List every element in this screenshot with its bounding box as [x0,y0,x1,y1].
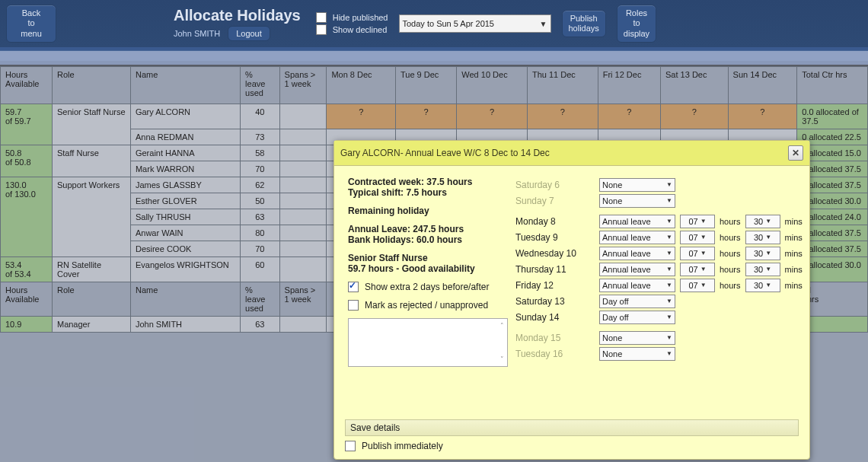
mins-select[interactable]: 30▼ [745,279,780,292]
chevron-down-icon: ▼ [666,314,672,320]
leave-type-select[interactable]: Day off▼ [599,311,675,324]
publish-immediately-checkbox[interactable] [345,441,356,451]
popup-header: Gary ALCORN- Annual Leave W/C 8 Dec to 1… [334,141,809,166]
hours-unit-label: hours [720,249,741,258]
popup-title: Gary ALCORN- Annual Leave W/C 8 Dec to 1… [340,148,550,158]
leave-type-select[interactable]: Annual leave▼ [599,279,675,292]
chevron-down-icon: ▼ [700,218,707,225]
popup-day-label: Saturday 6 [515,180,595,190]
show-declined-label: Show declined [333,25,388,34]
back-to-menu-button[interactable]: Back to menu [6,5,56,43]
chevron-down-icon: ▼ [666,350,672,357]
chevron-down-icon: ▼ [666,298,672,304]
mins-unit-label: mins [785,265,803,274]
publish-holidays-button[interactable]: Publish holidays [562,10,606,37]
popup-day-row: Tuesday 9Annual leave▼07▼hours30▼mins [515,229,803,245]
show-extra-days-label: Show extra 2 days before/after [365,282,489,292]
popup-day-label: Monday 8 [515,216,595,227]
hours-unit-label: hours [720,265,741,274]
scroll-down-icon[interactable]: ˅ [498,355,506,363]
contracted-week: Contracted week: 37.5 hours [348,177,508,187]
leave-type-select[interactable]: Annual leave▼ [599,263,675,276]
popup-day-list: Saturday 6None▼Sunday 7None▼Monday 8Annu… [515,177,803,367]
show-declined-checkbox[interactable] [316,24,327,35]
hours-select[interactable]: 07▼ [680,247,715,260]
remaining-holiday: Remaining holiday [348,206,508,216]
leave-type-select[interactable]: None▼ [599,347,675,361]
chevron-down-icon: ▼ [765,266,771,272]
hours-unit-label: hours [720,217,741,226]
chevron-down-icon: ▼ [765,282,771,288]
date-range-value: Today to Sun 5 Apr 2015 [403,19,494,28]
bank-holidays: Bank Holidays: 60.0 hours [348,234,508,245]
chevron-down-icon: ▼ [765,250,771,256]
mark-rejected-label: Mark as rejected / unapproved [365,300,488,311]
popup-day-label: Thursday 11 [515,264,595,275]
rejection-notes-textarea[interactable]: ˄ ˅ [348,318,508,367]
roles-to-display-button[interactable]: Roles to display [617,5,656,43]
popup-day-label: Friday 12 [515,280,595,291]
popup-day-row: Sunday 14Day off▼ [515,309,803,325]
mins-select[interactable]: 30▼ [745,231,780,244]
popup-day-label: Tuesday 9 [515,232,595,243]
chevron-down-icon: ▼ [666,197,672,204]
popup-day-label: Wednesday 10 [515,248,595,259]
chevron-down-icon: ▼ [700,282,707,288]
popup-day-row: Friday 12Annual leave▼07▼hours30▼mins [515,277,803,293]
filter-checkboxes: Hide published Show declined [316,12,388,35]
leave-type-select[interactable]: None▼ [599,178,675,192]
publish-immediately-label: Publish immediately [362,441,443,451]
chevron-down-icon: ▼ [666,218,672,225]
mins-select[interactable]: 30▼ [745,247,780,260]
popup-role: Senior Staff Nurse [348,253,508,263]
hours-select[interactable]: 07▼ [680,279,715,292]
leave-type-select[interactable]: Day off▼ [599,295,675,308]
scroll-up-icon[interactable]: ˄ [498,322,506,330]
close-icon[interactable]: ✕ [788,145,803,161]
chevron-down-icon: ▼ [666,266,672,272]
popup-day-row: Sunday 7None▼ [515,193,803,209]
hide-published-label: Hide published [333,13,388,22]
logout-button[interactable]: Logout [228,26,270,41]
hide-published-checkbox[interactable] [316,12,327,23]
popup-day-row: Saturday 6None▼ [515,177,803,193]
popup-left-column: Contracted week: 37.5 hours Typical shif… [348,177,508,367]
popup-day-label: Sunday 14 [515,312,595,323]
mark-rejected-checkbox[interactable] [348,300,359,311]
popup-day-label: Tuesday 16 [515,349,595,359]
popup-day-label: Sunday 7 [515,196,595,206]
mins-unit-label: mins [785,249,803,258]
mins-select[interactable]: 30▼ [745,263,780,276]
annual-leave: Annual Leave: 247.5 hours [348,224,508,234]
hours-select[interactable]: 07▼ [680,263,715,276]
hours-select[interactable]: 07▼ [680,215,715,228]
chevron-down-icon: ▼ [666,181,672,188]
popup-availability: 59.7 hours - Good availability [348,263,508,274]
chevron-down-icon: ▼ [666,234,672,241]
leave-type-select[interactable]: Annual leave▼ [599,215,675,228]
leave-type-select[interactable]: Annual leave▼ [599,231,675,244]
leave-detail-popup: Gary ALCORN- Annual Leave W/C 8 Dec to 1… [333,140,810,460]
typical-shift: Typical shift: 7.5 hours [348,187,508,198]
popup-day-row: Thursday 11Annual leave▼07▼hours30▼mins [515,261,803,277]
popup-day-label: Monday 15 [515,333,595,343]
leave-type-select[interactable]: Annual leave▼ [599,247,675,260]
leave-type-select[interactable]: None▼ [599,194,675,208]
chevron-down-icon: ▼ [666,250,672,256]
chevron-down-icon: ▼ [700,250,707,256]
show-extra-days-checkbox[interactable] [348,282,359,292]
popup-day-row: Monday 15None▼ [515,330,803,346]
popup-day-row: Wednesday 10Annual leave▼07▼hours30▼mins [515,245,803,261]
top-toolbar: Back to menu Allocate Holidays John SMIT… [0,0,868,50]
hours-select[interactable]: 07▼ [680,231,715,244]
mins-unit-label: mins [785,217,803,226]
save-details-button[interactable]: Save details [345,419,799,436]
mins-unit-label: mins [785,233,803,242]
mins-select[interactable]: 30▼ [745,215,780,228]
chevron-down-icon: ▼ [700,234,707,241]
leave-type-select[interactable]: None▼ [599,331,675,345]
current-user: John SMITH [174,29,220,38]
date-range-select[interactable]: Today to Sun 5 Apr 2015 ▼ [399,14,551,33]
popup-day-row: Tuesday 16None▼ [515,346,803,362]
chevron-down-icon: ▼ [765,218,771,225]
